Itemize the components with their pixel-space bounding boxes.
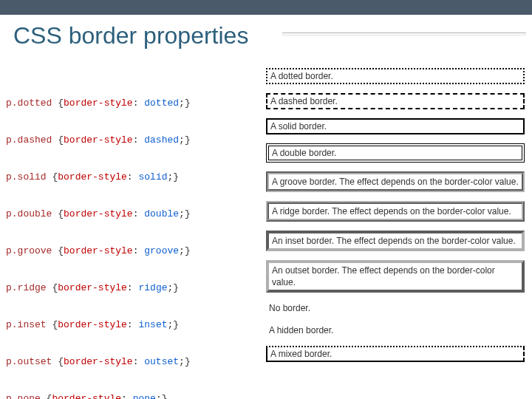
preview-ridge: A ridge border. The effect depends on th…: [266, 201, 525, 222]
preview-inset: An inset border. The effect depends on t…: [266, 231, 525, 251]
preview-solid: A solid border.: [266, 118, 525, 134]
slide-top-bar: [0, 0, 532, 15]
preview-none: No border.: [266, 301, 525, 315]
css-code-listing: p.dotted {border-style: dotted;} p.dashe…: [6, 75, 262, 399]
code-line: p.ridge {border-style: ridge;}: [6, 279, 262, 297]
title-underline: [282, 33, 526, 35]
code-line: p.double {border-style: double;}: [6, 205, 262, 223]
code-line: p.dotted {border-style: dotted;}: [6, 94, 262, 112]
code-line: p.inset {border-style: inset;}: [6, 316, 262, 334]
preview-double: A double border.: [266, 143, 525, 163]
code-line: p.outset {border-style: outset;}: [6, 352, 262, 371]
border-preview-list: A dotted border. A dashed border. A soli…: [266, 68, 525, 371]
preview-dotted: A dotted border.: [266, 68, 525, 84]
code-line: p.groove {border-style: groove;}: [6, 242, 262, 260]
preview-groove: A groove border. The effect depends on t…: [266, 171, 525, 192]
preview-mix: A mixed border.: [266, 346, 525, 362]
preview-dashed: A dashed border.: [266, 93, 525, 109]
preview-outset: An outset border. The effect depends on …: [266, 260, 525, 293]
code-line: p.dashed {border-style: dashed;}: [6, 131, 262, 149]
preview-hidden: A hidden border.: [266, 324, 525, 337]
code-line: p.solid {border-style: solid;}: [6, 168, 262, 186]
slide-title: CSS border properties: [13, 22, 248, 50]
code-line: p.none {border-style: none;}: [6, 389, 262, 399]
